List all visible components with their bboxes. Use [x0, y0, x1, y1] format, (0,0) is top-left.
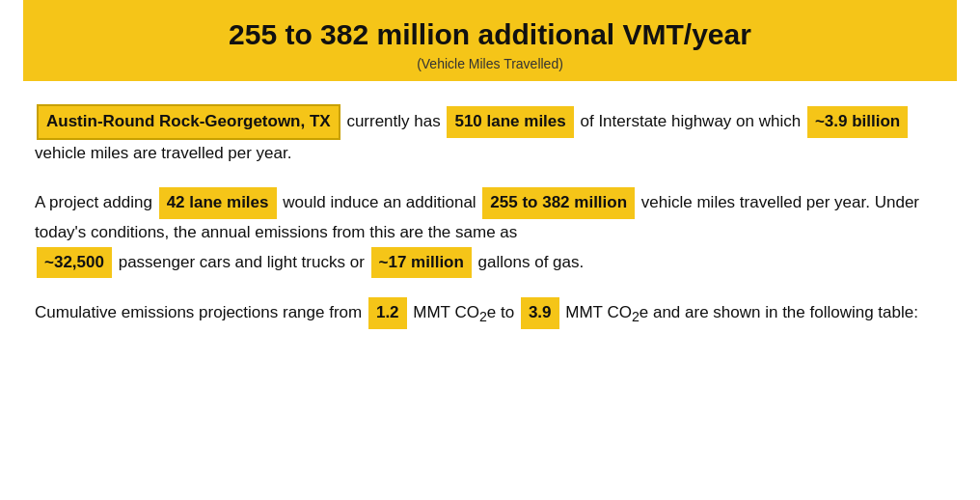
paragraph-1: Austin-Round Rock-Georgetown, TX current… — [35, 104, 945, 168]
gallons-highlight: ~17 million — [371, 247, 472, 279]
text2-p1: of Interstate highway on which — [580, 112, 804, 130]
range-highlight: 255 to 382 million — [482, 187, 635, 219]
main-title: 255 to 382 million additional VMT/year — [46, 17, 934, 52]
text3-p1: vehicle miles are travelled per year. — [35, 144, 291, 162]
billion-highlight: ~3.9 billion — [807, 106, 908, 138]
text2-p3: MMT CO2e to — [413, 303, 519, 321]
sub4: 2 — [632, 310, 640, 325]
lane-miles2-highlight: 42 lane miles — [159, 187, 277, 219]
sub2: 2 — [479, 310, 487, 325]
text5-p2: gallons of gas. — [478, 253, 585, 271]
text1-p1: currently has — [346, 112, 445, 130]
content-area: Austin-Round Rock-Georgetown, TX current… — [23, 104, 957, 329]
paragraph-3: Cumulative emissions projections range f… — [35, 297, 945, 329]
cars-highlight: ~32,500 — [37, 247, 112, 279]
val2-highlight: 3.9 — [521, 297, 559, 329]
header-banner: 255 to 382 million additional VMT/year (… — [23, 0, 957, 81]
text4-p3: MMT CO2e and are shown in the following … — [565, 303, 918, 321]
text2-p2: would induce an additional — [283, 193, 480, 211]
val1-highlight: 1.2 — [368, 297, 407, 329]
subtitle: (Vehicle Miles Travelled) — [46, 56, 934, 71]
text1-p3: Cumulative emissions projections range f… — [35, 303, 367, 321]
text4-p2: passenger cars and light trucks or — [119, 253, 369, 271]
lane-miles-highlight: 510 lane miles — [447, 106, 573, 138]
city-highlight: Austin-Round Rock-Georgetown, TX — [37, 104, 340, 140]
paragraph-2: A project adding 42 lane miles would ind… — [35, 187, 945, 279]
text1-p2: A project adding — [35, 193, 157, 211]
main-container: 255 to 382 million additional VMT/year (… — [0, 0, 980, 372]
